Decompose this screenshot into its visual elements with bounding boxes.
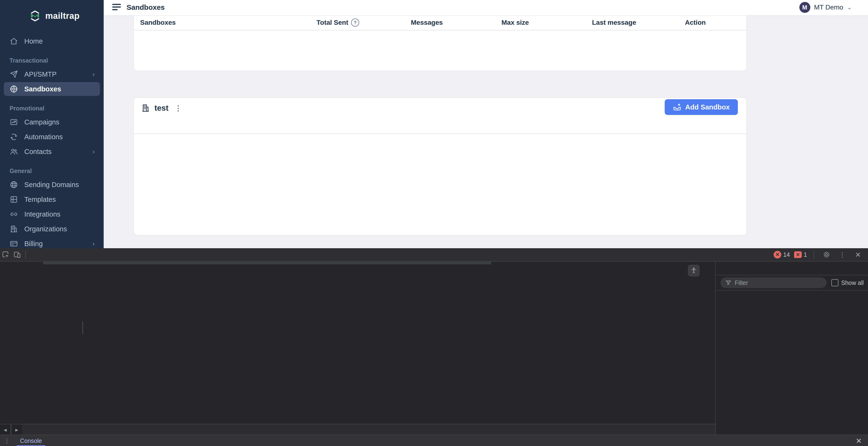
drawer-kebab-icon[interactable]: ⋮	[0, 437, 14, 444]
home-icon	[9, 37, 18, 45]
account-menu[interactable]: M MT Demo ⌄	[799, 2, 852, 13]
device-toolbar-icon[interactable]	[11, 249, 23, 261]
column-header-sandboxes: Sandboxes	[140, 19, 316, 26]
properties-filter-input[interactable]: Filter	[720, 277, 827, 288]
templates-icon	[9, 195, 18, 204]
help-icon[interactable]: ?	[351, 19, 359, 27]
column-header-action: Action	[685, 19, 746, 26]
dom-breadcrumbs: ◀ ▶	[0, 424, 715, 435]
devtools-settings-gear-icon[interactable]	[821, 249, 832, 261]
sidebar-item-automations[interactable]: Automations	[4, 130, 100, 144]
mailtrap-logo-icon	[29, 9, 41, 22]
sidebar-item-label: Automations	[24, 133, 63, 141]
breadcrumb-forward-icon[interactable]: ▶	[11, 424, 22, 435]
project-icon	[141, 104, 150, 112]
campaigns-icon	[9, 118, 18, 126]
properties-list	[716, 290, 868, 293]
issues-badge[interactable]: ✕ 1	[794, 251, 807, 258]
accessibility-tree-button[interactable]	[688, 265, 700, 276]
integrations-icon	[9, 210, 18, 218]
organizations-icon	[9, 225, 18, 233]
filter-funnel-icon	[725, 280, 732, 286]
sidebar-item-contacts[interactable]: Contacts›	[4, 145, 100, 159]
sidebar-section-label: General	[9, 168, 104, 174]
indent-guide	[83, 321, 83, 334]
avatar: M	[799, 2, 810, 13]
sandbox-icon	[9, 85, 18, 93]
add-sandbox-button[interactable]: Add Sandbox	[665, 99, 738, 115]
hovered-node-sliver	[43, 262, 491, 265]
sidebar-section-label: Promotional	[9, 105, 104, 112]
devtools-right-panel: Filter Show all	[715, 262, 868, 435]
sandbox-table-card-1: SandboxesTotal Sent?MessagesMax sizeLast…	[133, 15, 747, 71]
account-name: MT Demo	[814, 4, 843, 11]
contacts-icon	[9, 147, 18, 156]
sandbox-table-card-2: test ⋮ Add Sandbox	[133, 97, 747, 236]
chevron-right-icon: ›	[92, 240, 95, 247]
sidebar-item-label: API/SMTP	[24, 70, 57, 78]
toolbar-divider	[814, 251, 814, 259]
drawer-tab-console[interactable]: Console	[14, 435, 48, 446]
checkbox-icon	[831, 279, 838, 286]
column-header-messages: Messages	[411, 19, 501, 26]
chevron-right-icon: ›	[92, 71, 95, 78]
devtools-close-icon[interactable]: ✕	[852, 249, 864, 261]
console-errors-badge[interactable]: ✕ 14	[774, 251, 790, 259]
billing-icon	[9, 239, 18, 248]
paper-plane-icon	[9, 70, 18, 78]
sidebar-item-home[interactable]: Home	[4, 34, 100, 48]
devtools-toolbar: ✕ 14 ✕ 1 ⋮ ✕	[0, 248, 868, 262]
sidebar-section-label: Transactional	[9, 57, 104, 64]
elements-dom-tree	[0, 262, 715, 424]
sidebar-item-integrations[interactable]: Integrations	[4, 207, 100, 221]
column-header-last-message: Last message	[592, 19, 685, 26]
sidebar-item-sandboxes[interactable]: Sandboxes	[4, 82, 100, 96]
sidebar: mailtrap HomeTransactionalAPI/SMTP›Sandb…	[0, 0, 104, 248]
main-header: Sandboxes M MT Demo ⌄	[104, 0, 868, 16]
table-header	[134, 119, 746, 134]
sidebar-item-campaigns[interactable]: Campaigns	[4, 115, 100, 129]
sidebar-item-sending-domains[interactable]: Sending Domains	[4, 178, 100, 192]
sidebar-item-label: Sandboxes	[24, 85, 61, 93]
project-section-header: test ⋮ Add Sandbox	[134, 98, 746, 119]
table-header: SandboxesTotal Sent?MessagesMax sizeLast…	[134, 15, 746, 31]
add-sandbox-icon	[673, 103, 681, 111]
sidebar-item-templates[interactable]: Templates	[4, 193, 100, 206]
column-header-total-sent: Total Sent?	[316, 19, 411, 27]
sidebar-item-label: Templates	[24, 196, 56, 204]
sidebar-item-organizations[interactable]: Organizations	[4, 222, 100, 236]
sidebar-item-label: Contacts	[24, 148, 52, 156]
mailtrap-logo[interactable]: mailtrap	[0, 0, 104, 33]
show-all-checkbox[interactable]: Show all	[831, 279, 864, 286]
page-title: Sandboxes	[127, 3, 165, 11]
inspect-element-icon[interactable]	[0, 249, 11, 261]
menu-icon[interactable]	[112, 4, 121, 11]
sidebar-item-label: Integrations	[24, 210, 61, 218]
sidebar-item-label: Sending Domains	[24, 181, 79, 189]
devtools-panel: ✕ 14 ✕ 1 ⋮ ✕	[0, 248, 868, 446]
toolbar-divider	[25, 251, 26, 259]
drawer-close-icon[interactable]: ✕	[850, 437, 868, 445]
automations-icon	[9, 133, 18, 141]
chevron-down-icon: ⌄	[847, 4, 852, 11]
column-header-max-size: Max size	[501, 19, 592, 26]
sidebar-item-label: Campaigns	[24, 118, 59, 126]
sidebar-item-label: Home	[24, 37, 43, 45]
breadcrumb-back-icon[interactable]: ◀	[0, 424, 11, 435]
globe-icon	[9, 180, 18, 189]
devtools-drawer: ⋮ Console ✕	[0, 435, 868, 446]
kebab-menu-icon[interactable]: ⋮	[173, 104, 184, 112]
sidebar-item-label: Organizations	[24, 225, 67, 233]
project-name[interactable]: test	[154, 104, 168, 112]
main-content: Sandboxes M MT Demo ⌄ SandboxesTotal Sen…	[104, 0, 868, 248]
error-icon: ✕	[774, 251, 781, 259]
logo-text: mailtrap	[45, 11, 80, 21]
chevron-right-icon: ›	[92, 148, 95, 156]
sidebar-item-label: Billing	[24, 240, 43, 248]
issue-icon: ✕	[794, 251, 802, 258]
sidebar-item-api-smtp[interactable]: API/SMTP›	[4, 67, 100, 81]
devtools-kebab-menu-icon[interactable]: ⋮	[837, 249, 848, 261]
